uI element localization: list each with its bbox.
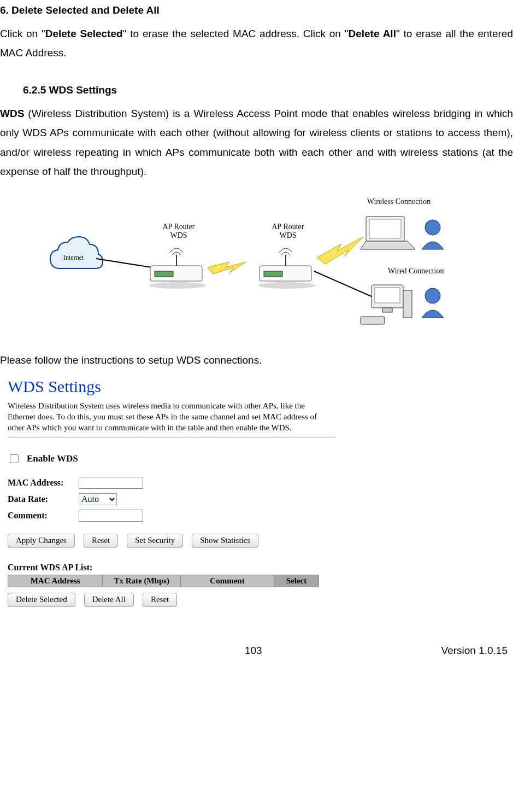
reset-button[interactable]: Reset bbox=[84, 534, 118, 547]
para-delete: Click on "Delete Selected" to erase the … bbox=[0, 24, 513, 62]
divider bbox=[8, 437, 335, 437]
comment-label: Comment: bbox=[8, 511, 79, 521]
txt: WDS bbox=[279, 231, 296, 239]
txt: " to erase the selected MAC address. Cli… bbox=[123, 28, 349, 39]
ap-list-table: MAC Address Tx Rate (Mbps) Comment Selec… bbox=[8, 575, 319, 587]
heading-6: 6. Delete Selected and Delete All bbox=[0, 4, 513, 16]
delete-all-term: Delete All bbox=[348, 28, 396, 39]
page-number: 103 bbox=[66, 645, 441, 657]
svg-rect-9 bbox=[369, 219, 401, 238]
set-security-button[interactable]: Set Security bbox=[127, 534, 183, 547]
lightning2-icon bbox=[317, 237, 363, 264]
data-rate-label: Data Rate: bbox=[8, 494, 79, 504]
reset2-button[interactable]: Reset bbox=[143, 593, 177, 606]
label-internet: Internet bbox=[63, 254, 84, 262]
wds-settings-panel: WDS Settings Wireless Distribution Syste… bbox=[8, 377, 335, 606]
heading-6-2-5: 6.2.5 WDS Settings bbox=[23, 84, 513, 96]
line-internet-ap1 bbox=[96, 259, 158, 268]
data-rate-select[interactable]: Auto bbox=[79, 493, 117, 505]
router1-icon bbox=[149, 248, 206, 289]
apply-changes-button[interactable]: Apply Changes bbox=[8, 534, 75, 547]
version-label: Version 1.0.15 bbox=[441, 645, 508, 657]
svg-rect-14 bbox=[382, 308, 392, 312]
user1-icon bbox=[422, 220, 444, 249]
svg-rect-5 bbox=[264, 271, 282, 277]
col-comment: Comment bbox=[181, 575, 274, 587]
txt: AP Router bbox=[272, 223, 304, 231]
wds-desc: Wireless Distribution System uses wirele… bbox=[8, 400, 335, 434]
svg-rect-15 bbox=[361, 317, 385, 324]
comment-input[interactable] bbox=[79, 510, 143, 522]
enable-wds-label: Enable WDS bbox=[27, 453, 78, 464]
svg-point-17 bbox=[425, 288, 440, 303]
current-ap-list-heading: Current WDS AP List: bbox=[8, 563, 335, 573]
txt: (Wireless Distribution System) is a Wire… bbox=[0, 108, 513, 177]
wds-title: WDS Settings bbox=[8, 377, 335, 396]
svg-point-3 bbox=[149, 282, 206, 289]
svg-rect-16 bbox=[403, 290, 412, 318]
col-mac: MAC Address bbox=[8, 575, 103, 587]
txt: WDS bbox=[170, 231, 187, 239]
svg-marker-10 bbox=[361, 241, 415, 249]
delete-all-button[interactable]: Delete All bbox=[84, 593, 134, 606]
txt: AP Router bbox=[163, 223, 195, 231]
svg-rect-1 bbox=[155, 271, 173, 277]
wds-term: WDS bbox=[0, 108, 24, 119]
col-select: Select bbox=[274, 575, 319, 587]
enable-wds-checkbox[interactable] bbox=[10, 454, 19, 463]
laptop-icon bbox=[361, 217, 415, 249]
label-ap1: AP Router WDS bbox=[154, 223, 203, 240]
label-ap2: AP Router WDS bbox=[263, 223, 312, 240]
user2-icon bbox=[422, 288, 444, 318]
mac-address-label: MAC Address: bbox=[8, 478, 79, 488]
para-wds: WDS (Wireless Distribution System) is a … bbox=[0, 104, 513, 181]
show-statistics-button[interactable]: Show Statistics bbox=[192, 534, 258, 547]
diagram-svg bbox=[44, 192, 481, 340]
para-followup: Please follow the instructions to setup … bbox=[0, 350, 513, 370]
label-wireless: Wireless Connection bbox=[350, 197, 448, 206]
txt: Click on " bbox=[0, 28, 45, 39]
page-footer: 103 Version 1.0.15 bbox=[0, 645, 513, 657]
col-tx: Tx Rate (Mbps) bbox=[103, 575, 181, 587]
lightning-icon bbox=[208, 262, 246, 274]
wds-diagram: Internet AP Router WDS AP Router WDS Wir… bbox=[44, 192, 481, 340]
svg-point-11 bbox=[425, 220, 440, 235]
mac-address-input[interactable] bbox=[79, 477, 143, 489]
delete-selected-button[interactable]: Delete Selected bbox=[8, 593, 75, 606]
cloud-icon bbox=[50, 237, 103, 268]
delete-selected-term: Delete Selected bbox=[45, 28, 123, 39]
table-header-row: MAC Address Tx Rate (Mbps) Comment Selec… bbox=[8, 575, 319, 587]
svg-rect-13 bbox=[375, 288, 400, 303]
svg-point-7 bbox=[258, 282, 315, 289]
label-wired: Wired Connection bbox=[388, 267, 481, 276]
desktop-icon bbox=[361, 285, 412, 324]
router2-icon bbox=[258, 248, 315, 289]
